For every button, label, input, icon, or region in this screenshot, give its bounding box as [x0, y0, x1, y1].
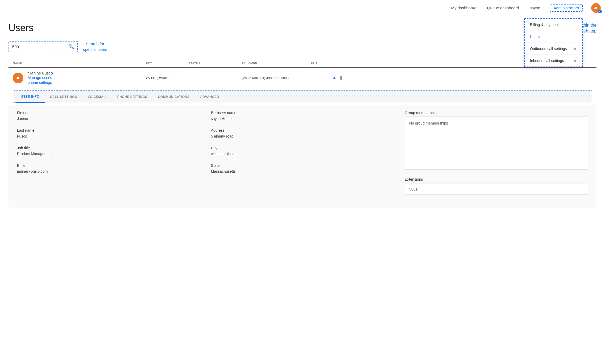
last-name-label: Last name — [17, 128, 200, 133]
user-name-info: *Janine Fusco Manage user's phone settin… — [28, 71, 53, 85]
page-content: Users Navigation within the OnSIP web ap… — [0, 16, 605, 214]
search-row: 🔍 Search for specific users — [9, 41, 596, 52]
user-actions: ▲ 🗑 — [332, 75, 348, 81]
state-value: Massachusetts — [211, 169, 394, 173]
col-e911: E9·1 — [311, 62, 332, 65]
avatar[interactable]: JF ✓ — [591, 3, 601, 13]
nav-administrators[interactable]: Administrators — [553, 6, 579, 10]
col-failover: FAILOVER — [242, 62, 311, 65]
chevron-right-icon: ▶ — [574, 47, 577, 51]
business-name-field: Business name sayso Homes — [211, 111, 394, 121]
table-row: JF *Janine Fusco Manage user's phone set… — [9, 68, 596, 208]
col-name: NAME — [13, 62, 146, 65]
tab-phone-settings[interactable]: PHONE SETTINGS — [112, 91, 153, 102]
group-membership-empty: No group memberships — [409, 121, 448, 125]
tab-communications[interactable]: COMMUNICATIONS — [153, 91, 195, 102]
avatar-check-badge: ✓ — [598, 10, 602, 13]
address-value: 5 albany road — [211, 134, 394, 138]
avatar-initials: JF — [594, 6, 598, 10]
business-name-value: sayso Homes — [211, 117, 394, 121]
nav-sayso[interactable]: sayso — [529, 3, 541, 12]
user-info-col1: First name Janine Last name Fusco Job ti… — [17, 111, 200, 202]
address-label: Address — [211, 128, 394, 133]
nav-queue-dashboard[interactable]: Queue dashboard — [486, 3, 520, 12]
dropdown-billing[interactable]: Billing & payment — [525, 19, 582, 31]
top-navigation: My dashboard Queue dashboard sayso Admin… — [0, 0, 605, 16]
job-title-label: Job title — [17, 146, 200, 150]
first-name-field: First name Janine — [17, 111, 200, 121]
nav-administrators-wrapper[interactable]: Administrators Billing & payment Users O… — [550, 4, 583, 12]
tab-call-settings[interactable]: CALL SETTINGS — [45, 91, 82, 102]
user-info-col3: Group membership No group memberships Ex… — [405, 111, 588, 202]
extensions-box: 5001 — [405, 184, 588, 195]
search-icon[interactable]: 🔍 — [68, 44, 74, 49]
job-title-value: Product Management — [17, 152, 200, 156]
first-name-label: First name — [17, 111, 200, 115]
sub-tabs-wrapper: USER INFO CALL SETTINGS VOICEMAIL PHONE … — [13, 90, 592, 103]
user-info-col2: Business name sayso Homes Address 5 alba… — [211, 111, 394, 202]
search-input[interactable] — [12, 44, 66, 49]
table-header: NAME EXT. STATUS FAILOVER E9·1 — [9, 60, 596, 68]
extensions-value: 5001 — [409, 187, 417, 191]
tab-voicemail[interactable]: VOICEMAIL — [82, 91, 112, 102]
user-name: *Janine Fusco — [28, 71, 53, 75]
chevron-right-icon-2: ▶ — [574, 59, 577, 63]
email-value: janine@onsip.com — [17, 169, 200, 173]
manage-user-link[interactable]: Manage user's phone settings — [28, 75, 53, 85]
user-name-cell: JF *Janine Fusco Manage user's phone set… — [13, 71, 146, 85]
state-label: State — [211, 163, 394, 168]
extensions-field: Extensions 5001 — [405, 177, 588, 195]
extensions-label: Extensions — [405, 177, 588, 181]
admin-dropdown: Billing & payment Users Outbound call se… — [524, 18, 583, 67]
last-name-field: Last name Fusco — [17, 128, 200, 138]
user-failover: (Voice Mailbox) Janine Fusco3 — [242, 76, 311, 80]
page-title: Users — [9, 22, 34, 34]
group-membership-label: Group membership — [405, 111, 588, 115]
group-membership-field: Group membership No group memberships — [405, 111, 588, 170]
last-name-value: Fusco — [17, 134, 200, 138]
city-field: City west stockbridge — [211, 146, 394, 156]
address-field: Address 5 albany road — [211, 128, 394, 138]
state-field: State Massachusetts — [211, 163, 394, 173]
col-status: STATUS — [188, 62, 242, 65]
tab-advanced[interactable]: ADVANCED — [195, 91, 224, 102]
collapse-icon[interactable]: ▲ — [332, 75, 337, 81]
col-actions — [332, 62, 348, 65]
email-field: Email janine@onsip.com — [17, 163, 200, 173]
dropdown-outbound[interactable]: Outbound call settings ▶ — [525, 43, 582, 55]
user-extensions: x5001 , x5002 — [146, 76, 188, 80]
tab-user-info[interactable]: USER INFO — [15, 91, 45, 103]
city-label: City — [211, 146, 394, 150]
col-ext: EXT. — [146, 62, 188, 65]
search-label: Search for specific users — [83, 41, 107, 52]
nav-my-dashboard[interactable]: My dashboard — [450, 3, 478, 12]
dropdown-inbound[interactable]: Inbound call settings ▶ — [525, 55, 582, 67]
job-title-field: Job title Product Management — [17, 146, 200, 156]
delete-user-icon[interactable]: 🗑 — [339, 76, 343, 80]
city-value: west stockbridge — [211, 152, 394, 156]
search-box: 🔍 — [9, 41, 78, 52]
user-info-section: First name Janine Last name Fusco Job ti… — [9, 105, 596, 208]
email-label: Email — [17, 163, 200, 168]
business-name-label: Business name — [211, 111, 394, 115]
group-membership-box: No group memberships — [405, 117, 588, 170]
user-row-janine: JF *Janine Fusco Manage user's phone set… — [9, 68, 596, 88]
sub-tabs: USER INFO CALL SETTINGS VOICEMAIL PHONE … — [13, 91, 592, 103]
first-name-value: Janine — [17, 117, 200, 121]
avatar: JF — [13, 73, 23, 83]
dropdown-users[interactable]: Users — [525, 31, 582, 43]
